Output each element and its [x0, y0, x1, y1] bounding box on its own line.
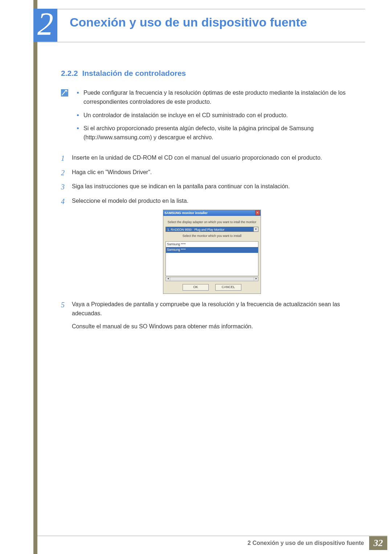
note-item: Si el archivo proporcionado presenta alg…	[75, 124, 352, 142]
page-number-badge: 32	[369, 536, 387, 550]
close-icon[interactable]: ×	[255, 210, 260, 215]
monitor-listbox[interactable]: Samsung **** Samsung ****	[166, 241, 258, 276]
note-list: Puede configurar la frecuencia y la reso…	[75, 89, 352, 147]
section-number: 2.2.2	[61, 69, 78, 77]
step-item: 5Vaya a Propiedades de pantalla y compru…	[61, 300, 352, 331]
content-column: 2.2.2 Instalación de controladores Puede…	[61, 69, 352, 336]
chapter-number-badge: 2	[33, 9, 57, 42]
footer-text: 2 Conexión y uso de un dispositivo fuent…	[37, 536, 369, 550]
note-icon	[61, 89, 68, 97]
installer-adapter-label: Select the display adapter on which you …	[166, 218, 258, 227]
top-rule-lower	[37, 42, 365, 42]
step-number: 4	[61, 196, 65, 207]
note-item: Puede configurar la frecuencia y la reso…	[75, 89, 352, 107]
horizontal-scrollbar[interactable]: ◂ ▸	[166, 277, 258, 281]
step-text: Inserte en la unidad de CD-ROM el CD con…	[72, 155, 322, 161]
chapter-number: 2	[37, 8, 53, 40]
step-item: 2Haga clic en "Windows Driver".	[61, 168, 352, 177]
installer-title: SAMSUNG monitor installer	[164, 210, 208, 216]
ok-button[interactable]: OK	[183, 284, 209, 291]
adapter-selected: 1. RADEON 9550 : Plug and Play Monitor	[166, 227, 253, 232]
installer-dialog: SAMSUNG monitor installer × Select the d…	[163, 210, 261, 294]
step-item: 1Inserte en la unidad de CD-ROM el CD co…	[61, 153, 352, 163]
adapter-dropdown[interactable]: 1. RADEON 9550 : Plug and Play Monitor ▾	[166, 227, 258, 232]
step-number: 1	[61, 152, 65, 164]
installer-body: Select the display adapter on which you …	[163, 216, 261, 293]
step-subtext: Consulte el manual de su SO Windows para…	[72, 322, 352, 331]
cancel-button[interactable]: CANCEL	[215, 284, 241, 291]
installer-screenshot: SAMSUNG monitor installer × Select the d…	[72, 210, 352, 294]
list-item[interactable]: Samsung ****	[166, 247, 258, 253]
step-text: Vaya a Propiedades de pantalla y comprue…	[72, 301, 340, 317]
installer-monitor-label: Select the monitor which you want to ins…	[166, 232, 258, 241]
installer-button-row: OK CANCEL	[166, 281, 258, 291]
step-text: Haga clic en "Windows Driver".	[72, 169, 152, 175]
chapter-title: Conexión y uso de un dispositivo fuente	[70, 15, 363, 29]
step-text: Seleccione el modelo del producto en la …	[72, 198, 188, 204]
scroll-track[interactable]	[170, 277, 254, 281]
scroll-right-icon[interactable]: ▸	[254, 277, 258, 281]
installer-titlebar: SAMSUNG monitor installer ×	[163, 210, 261, 216]
page-footer: 2 Conexión y uso de un dispositivo fuent…	[37, 536, 387, 550]
list-item[interactable]: Samsung ****	[166, 242, 258, 247]
left-accent-strip	[33, 0, 37, 554]
section-title: Instalación de controladores	[82, 69, 186, 77]
step-item: 3Siga las instrucciones que se indican e…	[61, 182, 352, 191]
section-heading: 2.2.2 Instalación de controladores	[61, 69, 352, 78]
step-number: 5	[61, 299, 65, 311]
note-item: Un controlador de instalación se incluye…	[75, 111, 352, 120]
step-number: 3	[61, 181, 65, 193]
top-rule	[37, 9, 365, 9]
scroll-left-icon[interactable]: ◂	[166, 277, 170, 281]
step-number: 2	[61, 167, 65, 178]
steps-list: 1Inserte en la unidad de CD-ROM el CD co…	[61, 153, 352, 331]
chevron-down-icon[interactable]: ▾	[253, 227, 258, 232]
step-text: Siga las instrucciones que se indican en…	[72, 183, 290, 189]
step-item: 4Seleccione el modelo del producto en la…	[61, 196, 352, 294]
note-block: Puede configurar la frecuencia y la reso…	[61, 89, 352, 147]
